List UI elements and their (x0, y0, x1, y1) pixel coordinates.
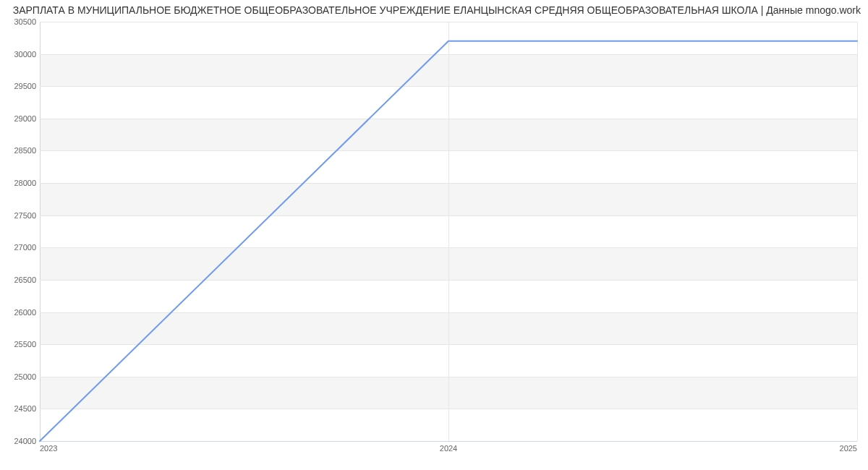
x-tick-label: 2025 (840, 444, 857, 453)
chart-title: ЗАРПЛАТА В МУНИЦИПАЛЬНОЕ БЮДЖЕТНОЕ ОБЩЕО… (0, 4, 861, 16)
chart-container: ЗАРПЛАТА В МУНИЦИПАЛЬНОЕ БЮДЖЕТНОЕ ОБЩЕО… (0, 0, 868, 470)
y-tick-label: 27500 (4, 211, 36, 220)
y-tick-label: 29000 (4, 114, 36, 123)
plot-area (40, 22, 857, 442)
x-grid-line (857, 22, 858, 441)
y-tick-label: 26000 (4, 308, 36, 317)
y-tick-label: 30500 (4, 17, 36, 26)
y-tick-label: 25500 (4, 340, 36, 349)
x-tick-label: 2023 (40, 444, 57, 453)
line-path (40, 41, 857, 441)
y-tick-label: 26500 (4, 275, 36, 284)
y-tick-label: 24000 (4, 437, 36, 445)
y-tick-label: 30000 (4, 50, 36, 59)
y-tick-label: 29500 (4, 82, 36, 90)
line-series (40, 22, 857, 441)
y-tick-label: 27000 (4, 243, 36, 252)
y-tick-label: 25000 (4, 372, 36, 381)
y-tick-label: 28000 (4, 179, 36, 187)
y-tick-label: 28500 (4, 146, 36, 155)
x-tick-label: 2024 (440, 444, 457, 453)
y-tick-label: 24500 (4, 404, 36, 413)
